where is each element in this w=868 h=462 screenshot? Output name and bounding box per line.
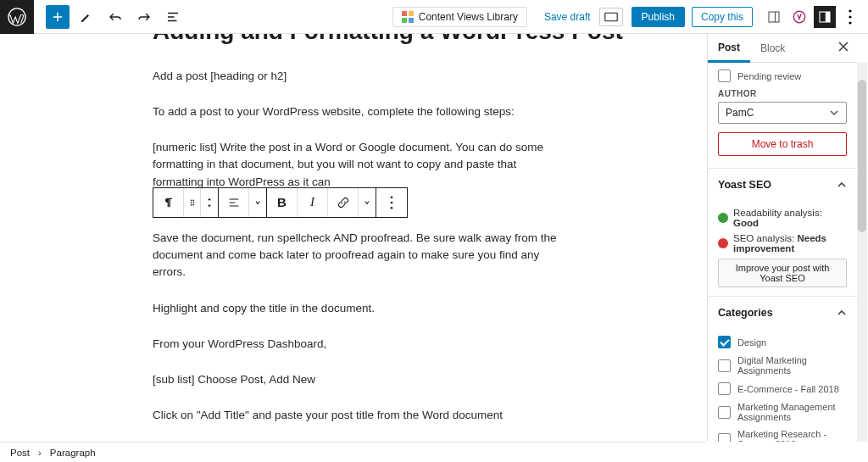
seo-analysis-label: SEO analysis: Needs improvement bbox=[733, 233, 847, 253]
seo-status-icon bbox=[718, 238, 728, 248]
top-toolbar: Content Views Library Save draft Publish… bbox=[0, 0, 868, 34]
content-views-label: Content Views Library bbox=[419, 11, 518, 23]
editor-canvas[interactable]: Adding and Formatting a WordPress Post A… bbox=[0, 34, 707, 442]
paragraph[interactable]: [sub list] Choose Post, Add New bbox=[153, 371, 559, 388]
paragraph[interactable]: Add a post [heading or h2] bbox=[153, 68, 559, 85]
improve-seo-button[interactable]: Improve your post with Yoast SEO bbox=[718, 259, 847, 287]
svg-point-7 bbox=[849, 15, 851, 18]
scrollbar[interactable] bbox=[857, 63, 867, 442]
paragraph[interactable]: [numeric list] Write the post in a Word … bbox=[153, 139, 559, 191]
tab-block[interactable]: Block bbox=[750, 34, 795, 62]
author-value: PamC bbox=[726, 107, 754, 119]
grid-icon bbox=[402, 11, 414, 23]
svg-point-14 bbox=[192, 204, 194, 206]
move-arrows-icon[interactable] bbox=[201, 188, 218, 217]
align-icon[interactable] bbox=[219, 188, 249, 217]
category-checkbox[interactable] bbox=[718, 336, 731, 348]
close-sidebar-icon[interactable] bbox=[830, 42, 857, 54]
category-label: E-Commerce - Fall 2018 bbox=[737, 384, 839, 394]
paragraph[interactable]: From your WordPress Dashboard, bbox=[153, 336, 559, 353]
paragraph[interactable]: Save the document, run spellcheck AND pr… bbox=[153, 230, 559, 281]
settings-sidebar: Post Block Pending review AUTHOR PamC Mo… bbox=[707, 34, 868, 442]
svg-point-15 bbox=[391, 196, 393, 198]
pending-review-label: Pending review bbox=[737, 71, 801, 81]
publish-button[interactable]: Publish bbox=[632, 7, 685, 27]
modes-icon[interactable] bbox=[75, 5, 98, 29]
svg-point-11 bbox=[190, 202, 192, 203]
paragraph[interactable]: To add a post to your WordPress website,… bbox=[153, 103, 559, 120]
more-options-icon[interactable] bbox=[376, 188, 407, 217]
author-select[interactable]: PamC bbox=[718, 102, 847, 124]
svg-point-6 bbox=[849, 9, 851, 12]
category-checkbox[interactable] bbox=[718, 433, 731, 443]
preview-button[interactable] bbox=[599, 8, 623, 26]
svg-point-13 bbox=[190, 204, 192, 206]
italic-button[interactable]: I bbox=[298, 188, 328, 217]
readability-status-icon bbox=[718, 213, 728, 223]
paragraph-block-icon[interactable] bbox=[153, 188, 184, 217]
yoast-panel-header[interactable]: Yoast SEO bbox=[708, 168, 857, 201]
settings-icon[interactable] bbox=[763, 6, 785, 28]
category-label: Design bbox=[737, 337, 766, 348]
breadcrumb: Post › Paragraph bbox=[0, 442, 706, 462]
wordpress-logo[interactable] bbox=[0, 0, 34, 34]
author-label: AUTHOR bbox=[718, 89, 847, 98]
breadcrumb-item[interactable]: Post bbox=[10, 448, 30, 458]
svg-point-3 bbox=[793, 11, 805, 23]
move-to-trash-button[interactable]: Move to trash bbox=[718, 132, 847, 156]
svg-point-16 bbox=[391, 202, 393, 204]
paragraph[interactable]: Highlight and copy the title in the docu… bbox=[153, 300, 559, 317]
bold-button[interactable]: B bbox=[267, 188, 298, 217]
save-draft-link[interactable]: Save draft bbox=[536, 11, 599, 23]
category-label: Digital Marketing Assignments bbox=[737, 355, 847, 376]
yoast-icon[interactable] bbox=[788, 6, 810, 28]
breadcrumb-separator: › bbox=[38, 448, 42, 458]
undo-icon[interactable] bbox=[103, 5, 127, 29]
pending-review-checkbox[interactable] bbox=[718, 70, 731, 82]
svg-point-8 bbox=[849, 21, 851, 24]
tab-post[interactable]: Post bbox=[708, 35, 750, 63]
add-block-button[interactable] bbox=[46, 5, 70, 29]
redo-icon[interactable] bbox=[132, 5, 156, 29]
categories-panel-header[interactable]: Categories bbox=[708, 296, 857, 329]
content-views-button[interactable]: Content Views Library bbox=[392, 7, 527, 27]
svg-point-9 bbox=[190, 199, 192, 201]
chevron-down-icon[interactable] bbox=[359, 188, 376, 217]
category-label: Marketing Management Assignments bbox=[737, 402, 847, 422]
drag-handle-icon[interactable] bbox=[184, 188, 201, 217]
category-checkbox[interactable] bbox=[718, 359, 731, 372]
details-icon[interactable] bbox=[161, 5, 185, 29]
link-icon[interactable] bbox=[328, 188, 359, 217]
chevron-down-icon[interactable] bbox=[249, 188, 266, 217]
category-checkbox[interactable] bbox=[718, 406, 731, 419]
category-label: Marketing Research - Summer 2018 bbox=[737, 429, 847, 442]
readability-label: Readability analysis: Good bbox=[733, 208, 847, 228]
post-title[interactable]: Adding and Formatting a WordPress Post bbox=[153, 34, 707, 46]
paragraph[interactable]: Click on "Add Title" and paste your post… bbox=[153, 407, 559, 424]
categories-title: Categories bbox=[718, 307, 773, 319]
svg-point-10 bbox=[192, 199, 194, 201]
sidebar-toggle-icon[interactable] bbox=[814, 6, 836, 28]
yoast-panel-title: Yoast SEO bbox=[718, 179, 771, 191]
svg-rect-2 bbox=[769, 12, 779, 22]
copy-this-button[interactable]: Copy this bbox=[692, 7, 753, 27]
svg-point-12 bbox=[192, 202, 194, 203]
more-menu-icon[interactable] bbox=[839, 6, 861, 28]
svg-rect-1 bbox=[604, 13, 616, 21]
block-toolbar: B I bbox=[153, 187, 407, 218]
category-checkbox[interactable] bbox=[718, 382, 731, 395]
svg-rect-5 bbox=[826, 12, 830, 22]
svg-point-17 bbox=[391, 207, 393, 209]
breadcrumb-item[interactable]: Paragraph bbox=[50, 448, 96, 458]
